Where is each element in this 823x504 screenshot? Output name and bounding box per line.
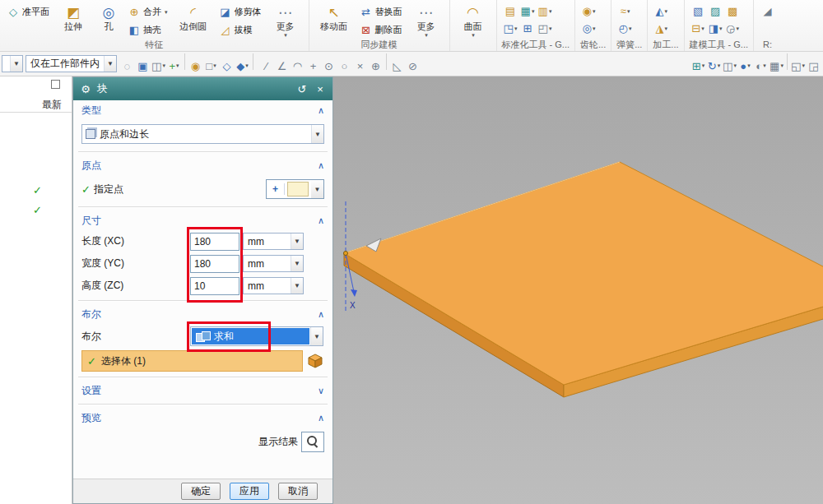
sync-more-button[interactable]: ⋯ 更多 ▾: [407, 2, 445, 39]
point-dialog-icon[interactable]: +: [267, 183, 285, 195]
rendering-style-icon[interactable]: ◐▾: [753, 58, 769, 74]
snap-center-icon[interactable]: ⊙: [321, 58, 337, 74]
ribbon-group-label-modeling-tools[interactable]: 建模工具 - G...: [686, 39, 752, 51]
ok-button[interactable]: 确定: [181, 483, 221, 500]
shaded-display-icon[interactable]: ●▾: [737, 58, 753, 74]
dialog-menu-gear-icon[interactable]: ⚙: [79, 83, 92, 95]
snap-endpoint-icon[interactable]: ∕: [258, 58, 274, 74]
snap-midpoint-icon[interactable]: ∠: [274, 58, 290, 74]
datum-plane-button[interactable]: ◇ 准平面: [4, 3, 52, 21]
navigator-column-header[interactable]: 最新: [0, 96, 72, 113]
hole-button[interactable]: ◎ 孔: [95, 2, 123, 32]
ribbon-group-label-sync[interactable]: 同步建模: [311, 39, 448, 51]
electrode-tools-icon[interactable]: ◮▾: [653, 21, 669, 37]
shell-button[interactable]: ◧ 抽壳: [125, 21, 170, 39]
select-body-field[interactable]: ✓ 选择体 (1): [81, 350, 303, 372]
ribbon-group-label-standard-tools[interactable]: 标准化工具 - G...: [499, 39, 574, 51]
reuse-library-icon[interactable]: ⊞: [520, 21, 536, 37]
point-swatch[interactable]: [287, 182, 309, 197]
section-header-dimensions[interactable]: 尺寸 ∧: [73, 210, 332, 230]
delete-face-button[interactable]: ⊠ 删除面: [357, 21, 405, 39]
select-point-icon[interactable]: ◉: [188, 58, 203, 74]
feature-status-check-icon[interactable]: ✓: [33, 204, 42, 216]
chevron-up-icon[interactable]: ∧: [318, 309, 324, 320]
chevron-up-icon[interactable]: ∧: [318, 105, 324, 116]
immersive-view-icon[interactable]: ◲: [806, 58, 821, 74]
orient-view-icon[interactable]: ↻▾: [706, 58, 722, 74]
truncated-tool-icon[interactable]: ◢: [760, 3, 775, 20]
length-input[interactable]: 180: [190, 233, 239, 251]
selection-scope-combo[interactable]: 仅在工作部件内 ▼: [26, 55, 117, 72]
cylinder-gear-icon[interactable]: ◉▾: [581, 3, 597, 20]
chevron-up-icon[interactable]: ∧: [318, 413, 324, 423]
length-unit-combo[interactable]: mm ▼: [243, 233, 304, 250]
section-header-origin[interactable]: 原点 ∧: [73, 155, 332, 175]
section-header-boolean[interactable]: 布尔 ∧: [73, 304, 332, 324]
chevron-down-icon[interactable]: ∨: [318, 386, 324, 396]
hole-series-icon[interactable]: ▥▾: [537, 3, 553, 20]
block-type-combo[interactable]: 原点和边长 ▼: [81, 124, 324, 144]
wave-linker-icon[interactable]: ◶▾: [725, 21, 741, 37]
spring-tools-icon[interactable]: ◴▾: [617, 21, 633, 37]
undock-panel-icon[interactable]: [51, 80, 60, 89]
replace-face-button[interactable]: ⇄ 替换面: [357, 3, 405, 21]
spring-design-icon[interactable]: ≈▾: [617, 3, 633, 20]
ribbon-group-label-spring[interactable]: 弹簧...: [613, 39, 645, 51]
standard-parts-icon[interactable]: ▤: [503, 3, 518, 20]
ribbon-group-label-machining[interactable]: 加工...: [649, 39, 681, 51]
snap-disable-icon[interactable]: ⊘: [405, 58, 421, 74]
bevel-gear-icon[interactable]: ◎▾: [581, 21, 597, 37]
snap-point-on-curve-icon[interactable]: ⊕: [368, 58, 384, 74]
boolean-combo[interactable]: 求和 ▼: [190, 326, 323, 346]
snap-tangent-icon[interactable]: ◺: [389, 58, 405, 74]
feature-more-button[interactable]: ⋯ 更多 ▾: [267, 2, 305, 39]
region-select-icon[interactable]: ◇: [219, 58, 235, 74]
dialog-titlebar[interactable]: ⚙ 块 ↺ ×: [73, 77, 332, 100]
cancel-button[interactable]: 取消: [278, 483, 318, 500]
selection-filter-combo[interactable]: ▼: [2, 55, 23, 72]
chevron-up-icon[interactable]: ∧: [318, 215, 324, 226]
feature-status-check-icon[interactable]: ✓: [33, 184, 42, 197]
height-input[interactable]: 10: [190, 277, 239, 295]
fastener-assembly-icon[interactable]: ◳▾: [503, 21, 518, 37]
extrude-button[interactable]: ◩ 拉伸: [54, 2, 92, 32]
rectangle-select-icon[interactable]: □▾: [203, 58, 219, 74]
move-face-button[interactable]: ↖ 移动面: [314, 2, 355, 32]
polygon-select-icon[interactable]: ◆▾: [235, 58, 250, 74]
part-cleanup-icon[interactable]: ▨: [708, 3, 723, 20]
wireframe-display-icon[interactable]: ▦▾: [769, 58, 784, 74]
snap-quadrant-icon[interactable]: ○: [337, 58, 352, 74]
snap-existing-point-icon[interactable]: ×: [352, 58, 368, 74]
apply-button[interactable]: 应用: [230, 483, 269, 500]
close-icon[interactable]: ×: [314, 83, 327, 95]
measure-icon[interactable]: ◨▾: [708, 21, 723, 37]
section-header-preview[interactable]: 预览 ∧: [73, 408, 332, 428]
general-object-filter-icon[interactable]: ▣: [135, 58, 151, 74]
ribbon-group-label-gear[interactable]: 齿轮...: [577, 39, 609, 51]
snap-point-toggle-icon[interactable]: +▾: [166, 58, 182, 74]
draft-button[interactable]: ◿ 拔模: [216, 21, 264, 39]
show-result-button[interactable]: [301, 432, 324, 452]
view-section-icon[interactable]: ◫▾: [722, 58, 737, 74]
reset-icon[interactable]: ↺: [295, 83, 309, 95]
mold-tools-icon[interactable]: ◭▾: [653, 3, 669, 20]
layer-settings-icon[interactable]: ▩: [725, 3, 741, 20]
chevron-up-icon[interactable]: ∧: [318, 160, 324, 171]
height-unit-combo[interactable]: mm ▼: [243, 277, 304, 294]
part-family-icon[interactable]: ▦▾: [520, 3, 536, 20]
width-unit-combo[interactable]: mm ▼: [243, 255, 304, 272]
no-selection-filter-icon[interactable]: ◌: [119, 58, 135, 74]
standard-tools-more-icon[interactable]: ◰▾: [537, 21, 553, 37]
snap-arc-icon[interactable]: ◠: [290, 58, 305, 74]
suppress-feature-icon[interactable]: ⊟▾: [690, 21, 706, 37]
origin-point[interactable]: [344, 252, 348, 256]
ribbon-group-label-feature[interactable]: 特征: [2, 39, 307, 51]
edge-blend-button[interactable]: ◜ 边倒圆: [173, 2, 214, 32]
face-rule-icon[interactable]: ◫▾: [151, 58, 166, 74]
unite-button[interactable]: ⊕ 合并 ▾: [125, 3, 170, 21]
trim-body-button[interactable]: ◪ 修剪体: [216, 3, 264, 21]
section-header-type[interactable]: 类型 ∧: [73, 100, 332, 120]
expression-icon[interactable]: ▧: [690, 3, 706, 20]
surface-button[interactable]: ◠ 曲面 ▾: [454, 2, 492, 39]
snap-intersection-icon[interactable]: +: [305, 58, 321, 74]
